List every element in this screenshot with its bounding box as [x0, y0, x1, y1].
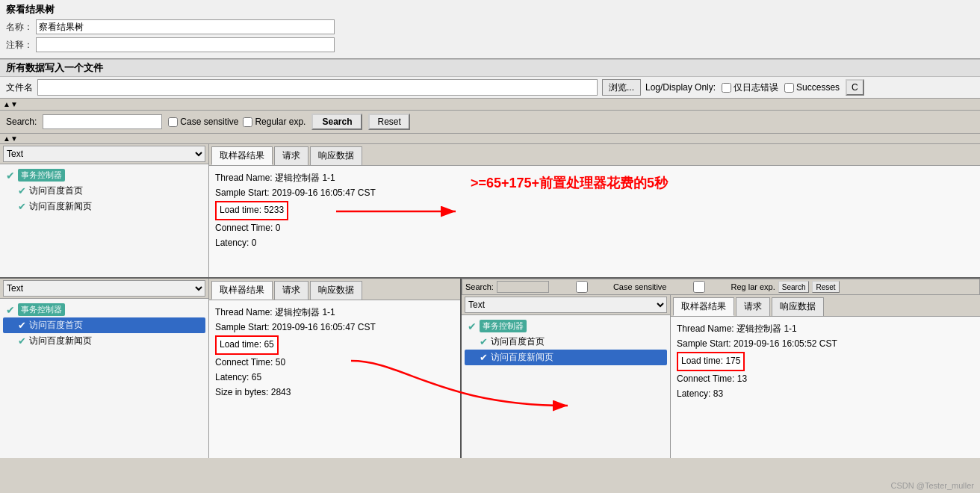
bl-thread-name-row: Thread Name: 逻辑控制器 1-1	[215, 306, 454, 320]
tab-response-bl[interactable]: 响应数据	[310, 281, 362, 300]
br-shield-icon-1: ✔	[480, 336, 488, 347]
bl-tree-label-1: 访问百度首页	[29, 319, 83, 332]
bl-tree-item-2[interactable]: ✔ 访问百度新闻页	[3, 333, 205, 349]
search-label: Search:	[6, 117, 37, 127]
bottom-left-tree-select[interactable]: Text	[3, 280, 205, 297]
tab-sampler-result-top[interactable]: 取样器结果	[211, 146, 273, 165]
bottom-left-tree-content: ✔ 事务控制器 ✔ 访问百度首页 ✔ 访问百度新闻页	[0, 299, 208, 458]
bottom-right-tree-content: ✔ 事务控制器 ✔ 访问百度首页 ✔ 访问百度新闻页	[462, 315, 670, 458]
bottom-left-section: Text ✔ 事务控制器 ✔ 访问百度首页 ✔	[0, 279, 462, 458]
mini-reg-cb[interactable]	[669, 281, 729, 293]
bottom-right-section: Search: Case sensitive Reg lar exp. Sear…	[462, 279, 980, 458]
successes-checkbox-label[interactable]: Successes	[784, 82, 840, 93]
errors-checkbox[interactable]	[722, 83, 731, 93]
tab-response-br[interactable]: 响应数据	[772, 297, 824, 316]
top-tree-label-1: 访问百度首页	[29, 185, 83, 197]
br-tree-item-0[interactable]: ✔ 事务控制器	[465, 318, 667, 334]
comment-label: 注释：	[6, 39, 36, 52]
bl-tree-item-0[interactable]: ✔ 事务控制器	[3, 302, 205, 317]
collapse-arrow-bottom[interactable]: ▲▼	[3, 134, 18, 143]
configure-button[interactable]: C	[846, 79, 864, 96]
mini-reg-label: Reg lar exp.	[669, 281, 775, 293]
top-connect-time-row: Connect Time: 0	[215, 221, 974, 235]
case-sensitive-label[interactable]: Case sensitive	[168, 117, 238, 127]
bl-load-time-row: Load time: 65	[215, 335, 454, 354]
br-tree-item-1[interactable]: ✔ 访问百度首页	[465, 334, 667, 350]
top-tree-item-0[interactable]: ✔ 事务控制器	[3, 167, 205, 183]
reset-button[interactable]: Reset	[368, 114, 409, 130]
search-button[interactable]: Search	[311, 114, 362, 130]
mini-search-label: Search:	[465, 282, 494, 291]
top-tab-content: Thread Name: 逻辑控制器 1-1 Sample Start: 201…	[209, 166, 980, 277]
log-display-label: Log/Display Only:	[645, 82, 716, 93]
top-panel: 察看结果树 名称： 注释：	[0, 0, 980, 59]
errors-checkbox-label[interactable]: 仅日志错误	[722, 81, 778, 94]
bottom-right-tab-content: Thread Name: 逻辑控制器 1-1 Sample Start: 201…	[671, 317, 980, 458]
br-tree-label-2: 访问百度新闻页	[491, 351, 553, 364]
mini-search-input[interactable]	[497, 281, 549, 293]
bottom-right-detail-panel: 取样器结果 请求 响应数据 Thread Name: 逻辑控制器 1-1 Sam…	[671, 295, 980, 458]
mini-case-cb[interactable]	[552, 281, 612, 293]
top-tabs: 取样器结果 请求 响应数据	[209, 144, 980, 166]
bl-shield-badge-0: 事务控制器	[18, 303, 65, 316]
bl-load-time-highlight: Load time: 65	[215, 335, 279, 354]
name-input[interactable]	[36, 19, 335, 34]
mini-reset-btn[interactable]: Reset	[812, 281, 839, 293]
top-tree-select[interactable]: Text	[3, 146, 205, 162]
mini-case-label: Case sensitive	[552, 281, 667, 293]
bl-tree-label-2: 访问百度新闻页	[29, 335, 92, 347]
bottom-left-tree-panel: Text ✔ 事务控制器 ✔ 访问百度首页 ✔	[0, 279, 209, 458]
bottom-right-tree-select[interactable]: Text	[465, 297, 667, 313]
collapse-arrow-top[interactable]: ▲▼	[3, 100, 18, 108]
successes-checkbox[interactable]	[784, 83, 794, 93]
top-tree-item-1[interactable]: ✔ 访问百度首页	[3, 183, 205, 199]
br-tree-item-2[interactable]: ✔ 访问百度新闻页	[465, 350, 667, 365]
shield-icon-2: ✔	[18, 201, 26, 212]
bottom-right-tree-header: Text	[462, 295, 670, 315]
bl-tree-item-1[interactable]: ✔ 访问百度首页	[3, 317, 205, 333]
bl-shield-icon-2: ✔	[18, 335, 26, 347]
mini-search-btn[interactable]: Search	[778, 281, 810, 293]
top-latency-row: Latency: 0	[215, 236, 974, 250]
top-sample-start-row: Sample Start: 2019-09-16 16:05:47 CST	[215, 186, 974, 200]
bl-latency-row: Latency: 65	[215, 370, 454, 385]
browse-button[interactable]: 浏览...	[602, 79, 641, 96]
top-tree-item-2[interactable]: ✔ 访问百度新闻页	[3, 199, 205, 214]
tab-request-top[interactable]: 请求	[274, 146, 308, 165]
bottom-left-tabs: 取样器结果 请求 响应数据	[209, 279, 460, 300]
br-latency-row: Latency: 83	[677, 387, 974, 401]
top-left-tree-panel: Text ✔ 事务控制器 ✔ 访问百度首页 ✔ 访问百度新闻页	[0, 144, 209, 277]
br-sample-start-row: Sample Start: 2019-09-16 16:05:52 CST	[677, 337, 974, 351]
bottom-area: Text ✔ 事务控制器 ✔ 访问百度首页 ✔	[0, 279, 980, 458]
search-bar: Search: Case sensitive Regular exp. Sear…	[0, 111, 980, 134]
page-title: 察看结果树	[6, 3, 974, 16]
br-load-time-highlight: Load time: 175	[677, 352, 745, 370]
bl-size-row: Size in bytes: 2843	[215, 385, 454, 400]
bottom-right-inner: Text ✔ 事务控制器 ✔ 访问百度首页 ✔	[462, 295, 980, 458]
bottom-left-right-panel: 取样器结果 请求 响应数据 Thread Name: 逻辑控制器 1-1 Sam…	[209, 279, 460, 458]
top-tree-content: ✔ 事务控制器 ✔ 访问百度首页 ✔ 访问百度新闻页	[0, 164, 208, 277]
br-load-time-row: Load time: 175	[677, 352, 974, 370]
regular-exp-label[interactable]: Regular exp.	[243, 117, 306, 127]
tab-sampler-bl[interactable]: 取样器结果	[211, 281, 273, 300]
case-sensitive-checkbox[interactable]	[168, 117, 178, 127]
tab-sampler-br[interactable]: 取样器结果	[673, 297, 734, 316]
tab-request-br[interactable]: 请求	[736, 297, 770, 316]
top-load-time-row: Load time: 5233	[215, 201, 974, 220]
bl-shield-icon-1: ✔	[18, 320, 26, 331]
bl-connect-time-row: Connect Time: 50	[215, 356, 454, 370]
br-connect-time-row: Connect Time: 13	[677, 372, 974, 386]
bl-sample-start-row: Sample Start: 2019-09-16 16:05:47 CST	[215, 320, 454, 335]
shield-icon-1: ✔	[18, 185, 26, 196]
top-tree-header: Text	[0, 144, 208, 164]
search-options: Case sensitive Regular exp.	[168, 117, 306, 127]
file-input[interactable]	[37, 79, 598, 96]
bottom-left-inner: Text ✔ 事务控制器 ✔ 访问百度首页 ✔	[0, 279, 460, 458]
comment-input[interactable]	[36, 37, 335, 52]
tab-request-bl[interactable]: 请求	[274, 281, 308, 300]
search-input[interactable]	[43, 114, 162, 129]
regular-exp-checkbox[interactable]	[243, 117, 252, 127]
top-right-panel: 取样器结果 请求 响应数据 Thread Name: 逻辑控制器 1-1 Sam…	[209, 144, 980, 277]
tab-response-top[interactable]: 响应数据	[310, 146, 362, 165]
top-tree-label-2: 访问百度新闻页	[29, 200, 92, 213]
